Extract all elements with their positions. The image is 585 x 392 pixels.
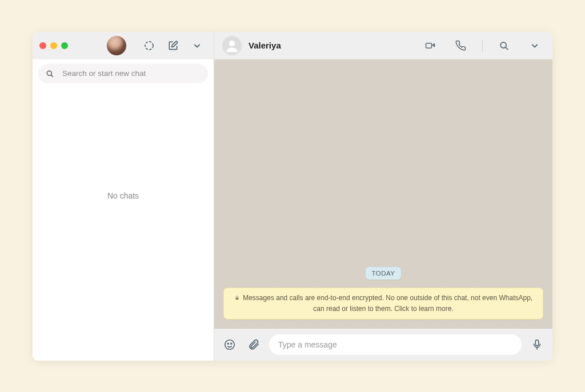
chevron-down-icon (529, 40, 540, 51)
separator (482, 39, 483, 52)
contact-name[interactable]: Valeriya (249, 41, 281, 50)
svg-line-2 (51, 75, 53, 76)
search-icon (498, 40, 510, 51)
chat-list: No chats (33, 88, 214, 361)
phone-icon (455, 40, 467, 51)
fullscreen-window-button[interactable] (61, 42, 68, 49)
chat-menu-button[interactable] (525, 36, 544, 55)
status-button[interactable] (139, 36, 159, 55)
search-icon (45, 69, 54, 78)
person-icon (223, 37, 241, 54)
search-input[interactable] (62, 69, 201, 78)
user-avatar[interactable] (107, 36, 126, 55)
svg-point-9 (227, 343, 229, 344)
chat-body: TODAY Messages and calls are end-to-end … (214, 59, 552, 329)
new-chat-button[interactable] (163, 36, 183, 55)
minimize-window-button[interactable] (50, 42, 57, 49)
smiley-icon (223, 338, 236, 351)
message-input[interactable] (269, 334, 522, 355)
emoji-button[interactable] (221, 336, 238, 353)
chat-header-actions (420, 36, 544, 55)
voice-call-button[interactable] (451, 36, 471, 55)
encryption-notice-text: Messages and calls are end-to-end encryp… (243, 294, 532, 313)
status-circle-icon (143, 40, 155, 51)
svg-point-3 (229, 41, 235, 46)
encryption-notice[interactable]: Messages and calls are end-to-end encryp… (223, 288, 543, 319)
svg-rect-7 (235, 298, 238, 300)
search-field-wrap[interactable] (38, 64, 208, 83)
lock-icon (234, 295, 240, 301)
menu-button[interactable] (187, 36, 207, 55)
attach-button[interactable] (245, 336, 262, 353)
close-window-button[interactable] (39, 42, 46, 49)
microphone-icon (531, 338, 543, 351)
search-in-chat-button[interactable] (494, 36, 514, 55)
svg-point-0 (145, 41, 153, 49)
contact-avatar[interactable] (222, 36, 242, 55)
svg-line-6 (506, 47, 508, 49)
chat-list-empty-state: No chats (107, 191, 139, 200)
date-separator: TODAY (366, 267, 400, 280)
svg-point-8 (225, 340, 235, 349)
sidebar: No chats (33, 32, 214, 361)
sidebar-header (33, 32, 214, 59)
window-controls (39, 42, 68, 49)
search-bar (33, 59, 214, 88)
chevron-down-icon (191, 40, 203, 51)
svg-point-10 (231, 343, 232, 344)
conversation-pane: Valeriya (214, 32, 552, 361)
svg-rect-11 (535, 340, 539, 345)
compose-icon (167, 40, 179, 51)
video-icon (424, 40, 436, 51)
video-call-button[interactable] (420, 36, 440, 55)
paperclip-icon (247, 338, 260, 351)
compose-bar (214, 329, 552, 361)
chat-header: Valeriya (214, 32, 552, 59)
voice-message-button[interactable] (528, 336, 546, 353)
app-window: No chats Valeriya (33, 32, 552, 361)
svg-rect-4 (426, 43, 432, 47)
